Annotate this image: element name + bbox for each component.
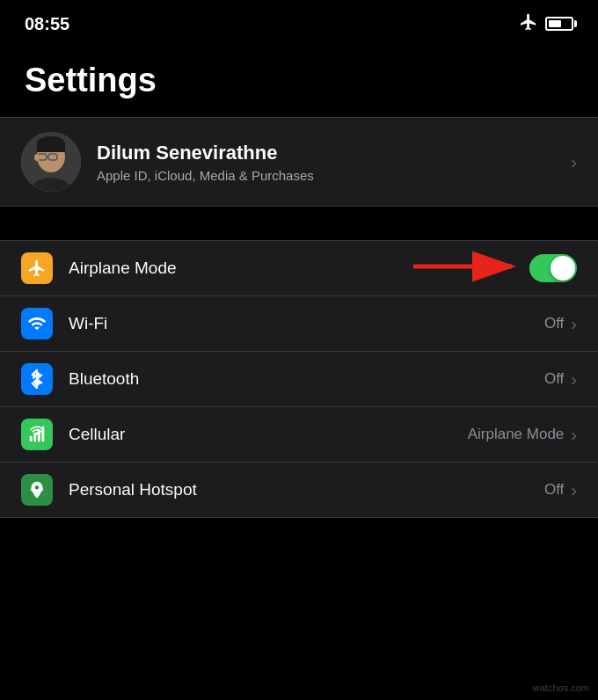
wifi-icon	[21, 308, 53, 339]
profile-name: Dilum Senevirathne	[97, 142, 314, 164]
airplane-mode-row[interactable]: Airplane Mode	[0, 240, 598, 296]
battery-icon	[545, 17, 573, 31]
settings-title-section: Settings	[0, 44, 598, 117]
hotspot-label: Personal Hotspot	[69, 480, 544, 499]
bluetooth-right: Off ›	[544, 369, 577, 390]
airplane-mode-icon	[21, 252, 53, 284]
arrow-annotation	[413, 248, 528, 288]
status-time: 08:55	[25, 14, 69, 34]
profile-info: Dilum Senevirathne Apple ID, iCloud, Med…	[97, 142, 314, 183]
status-bar: 08:55	[0, 0, 598, 44]
page-title: Settings	[25, 62, 573, 99]
wifi-value: Off	[544, 315, 564, 332]
airplane-mode-status-icon	[519, 12, 538, 36]
svg-point-6	[34, 154, 40, 161]
cellular-chevron: ›	[571, 425, 577, 445]
bluetooth-label: Bluetooth	[69, 369, 544, 389]
cellular-label: Cellular	[69, 425, 468, 444]
profile-subtitle: Apple ID, iCloud, Media & Purchases	[97, 168, 314, 183]
svg-point-16	[35, 432, 39, 435]
status-icons	[519, 12, 573, 36]
svg-rect-11	[30, 436, 33, 441]
cellular-value: Airplane Mode	[468, 426, 565, 443]
bluetooth-value: Off	[544, 370, 564, 388]
watermark: watchos.com	[533, 682, 589, 693]
hotspot-icon	[21, 474, 53, 506]
toggle-knob	[551, 256, 575, 281]
cellular-icon	[21, 419, 53, 450]
wifi-chevron: ›	[571, 314, 577, 334]
cellular-row[interactable]: Cellular Airplane Mode ›	[0, 407, 598, 463]
settings-list: Airplane Mode Wi-Fi Off ›	[0, 240, 598, 518]
cellular-right: Airplane Mode ›	[468, 425, 577, 445]
svg-rect-8	[37, 143, 65, 152]
hotspot-value: Off	[544, 481, 564, 499]
section-gap	[0, 207, 598, 240]
profile-left: Dilum Senevirathne Apple ID, iCloud, Med…	[21, 132, 314, 192]
wifi-row[interactable]: Wi-Fi Off ›	[0, 296, 598, 352]
avatar	[21, 132, 81, 192]
airplane-mode-toggle[interactable]	[529, 254, 577, 282]
wifi-right: Off ›	[544, 314, 577, 334]
bluetooth-icon	[21, 363, 53, 395]
hotspot-chevron: ›	[571, 480, 577, 500]
wifi-label: Wi-Fi	[69, 314, 544, 333]
bluetooth-row[interactable]: Bluetooth Off ›	[0, 352, 598, 407]
profile-chevron: ›	[571, 152, 577, 172]
hotspot-right: Off ›	[544, 480, 577, 500]
hotspot-row[interactable]: Personal Hotspot Off ›	[0, 463, 598, 518]
profile-row[interactable]: Dilum Senevirathne Apple ID, iCloud, Med…	[0, 117, 598, 207]
bluetooth-chevron: ›	[571, 369, 577, 390]
